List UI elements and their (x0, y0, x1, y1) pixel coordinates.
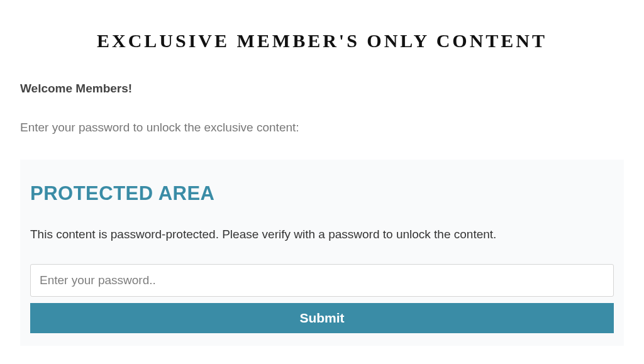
instruction-text: Enter your password to unlock the exclus… (20, 121, 624, 135)
protected-description: This content is password-protected. Plea… (30, 228, 614, 241)
protected-area: PROTECTED AREA This content is password-… (20, 160, 624, 346)
submit-button[interactable]: Submit (30, 303, 614, 333)
welcome-text: Welcome Members! (20, 82, 624, 96)
protected-heading: PROTECTED AREA (30, 182, 614, 205)
page-title: EXCLUSIVE MEMBER'S ONLY CONTENT (20, 30, 624, 52)
page-container: EXCLUSIVE MEMBER'S ONLY CONTENT Welcome … (0, 30, 644, 346)
password-input[interactable] (30, 264, 614, 297)
